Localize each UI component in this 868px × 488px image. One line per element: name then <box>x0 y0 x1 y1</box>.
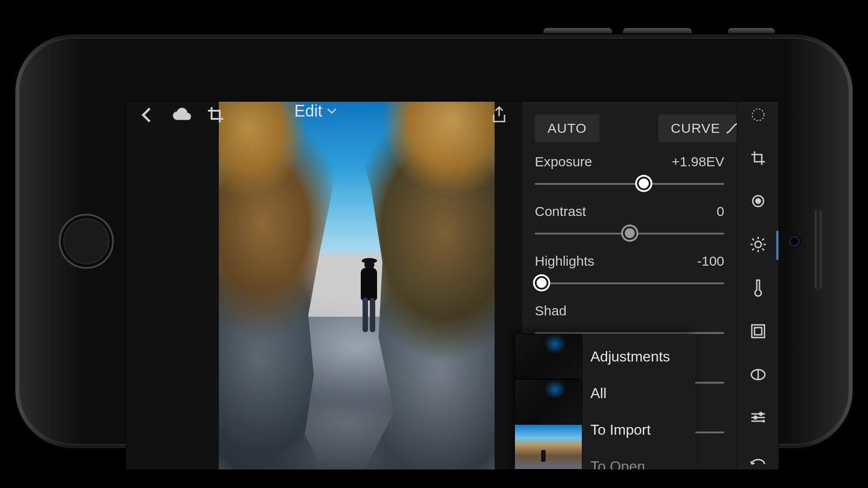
exposure-label: Exposure <box>535 154 592 169</box>
menu-to-open[interactable]: To Open <box>590 448 687 470</box>
phone-frame: Edit AUTO CURVE <box>14 33 854 449</box>
speaker-icon <box>815 209 822 290</box>
svg-rect-7 <box>752 325 764 338</box>
contrast-row: Contrast0 <box>522 204 737 244</box>
contrast-value: 0 <box>717 204 724 219</box>
active-indicator <box>776 231 778 260</box>
menu-to-import[interactable]: To Import <box>590 412 687 448</box>
highlights-value: -100 <box>697 253 724 269</box>
reset-popup: Adjustments All To Import To Open <box>514 334 695 470</box>
vignette-icon[interactable] <box>748 322 768 341</box>
contrast-label: Contrast <box>535 204 586 219</box>
menu-adjustments[interactable]: Adjustments <box>590 338 687 375</box>
svg-point-5 <box>756 199 760 203</box>
auto-label: AUTO <box>547 121 587 136</box>
color-temp-icon[interactable] <box>748 278 768 297</box>
presets-icon[interactable] <box>748 192 768 211</box>
exposure-slider[interactable] <box>535 174 724 194</box>
exposure-value: +1.98EV <box>672 154 724 169</box>
svg-point-10 <box>760 413 762 415</box>
optics-icon[interactable] <box>748 365 768 384</box>
mode-label: Edit <box>294 102 322 121</box>
phone-button <box>543 28 612 33</box>
light-icon[interactable] <box>748 235 768 254</box>
app-screen: Edit AUTO CURVE <box>126 101 779 470</box>
svg-rect-8 <box>755 328 762 335</box>
sliders-icon[interactable] <box>748 408 768 427</box>
crop-tool-icon[interactable] <box>748 149 768 168</box>
highlights-label: Highlights <box>535 253 594 269</box>
thumbnail[interactable] <box>514 469 582 470</box>
thumbnail[interactable] <box>514 379 582 424</box>
back-button[interactable] <box>136 102 161 127</box>
adjustments-panel: AUTO CURVE Exposure+1.98EV Contrast0 <box>522 102 737 470</box>
menu-all[interactable]: All <box>590 375 687 412</box>
selection-icon[interactable] <box>748 105 768 124</box>
reset-menu: Adjustments All To Import To Open <box>582 334 695 470</box>
camera-icon <box>788 235 801 248</box>
thumbnail[interactable] <box>514 334 582 379</box>
highlights-slider[interactable] <box>535 273 724 293</box>
share-button[interactable] <box>486 102 512 127</box>
cloud-sync-icon[interactable] <box>170 102 195 127</box>
highlights-row: Highlights-100 <box>522 253 737 293</box>
mode-dropdown[interactable]: Edit <box>294 102 337 121</box>
curve-label: CURVE <box>671 121 720 136</box>
home-button-icon <box>59 214 114 269</box>
phone-button <box>728 28 775 33</box>
phone-button <box>623 28 692 33</box>
svg-point-11 <box>754 416 757 419</box>
undo-icon[interactable] <box>748 451 768 470</box>
shadows-label: Shad <box>535 303 566 319</box>
preview-thumbnails <box>514 334 582 470</box>
thumbnail[interactable] <box>514 424 582 469</box>
exposure-row: Exposure+1.98EV <box>522 154 737 194</box>
tool-rail <box>737 102 778 470</box>
contrast-slider[interactable] <box>535 224 724 244</box>
crop-icon[interactable] <box>203 102 228 127</box>
auto-button[interactable]: AUTO <box>535 114 599 142</box>
svg-point-3 <box>752 109 764 121</box>
photo-canvas[interactable] <box>219 102 495 470</box>
phone-inner: Edit AUTO CURVE <box>19 38 849 445</box>
svg-point-6 <box>755 241 761 248</box>
